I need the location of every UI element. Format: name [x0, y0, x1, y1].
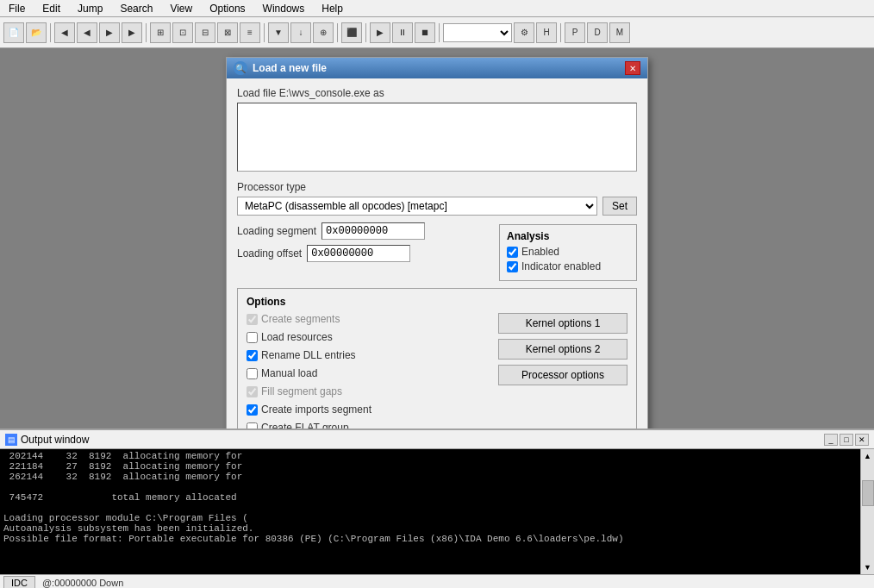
file-content-area[interactable] — [237, 103, 637, 172]
menubar: File Edit Jump Search View Options Windo… — [0, 0, 874, 17]
checkbox-rename-dll: Rename DLL entries — [247, 349, 488, 361]
toolbar-stop[interactable]: ⬛ — [341, 22, 362, 43]
kernel-options-1-button[interactable]: Kernel options 1 — [498, 313, 627, 334]
toolbar-dropdown[interactable] — [443, 23, 512, 42]
processor-options-button[interactable]: Processor options — [498, 365, 627, 385]
toolbar-back[interactable]: ◀ — [54, 22, 75, 43]
analysis-title: Analysis — [507, 230, 629, 242]
menu-file[interactable]: File — [3, 1, 30, 16]
checkbox-manual-load: Manual load — [247, 367, 488, 379]
create-imports-checkbox[interactable] — [247, 404, 258, 416]
toolbar-forward2[interactable]: ▶ — [122, 22, 142, 43]
toolbar-forward[interactable]: ▶ — [99, 22, 120, 43]
dialog-title: 🔍 Load a new file — [234, 61, 327, 75]
kernel-options-2-button[interactable]: Kernel options 2 — [498, 339, 627, 360]
menu-search[interactable]: Search — [115, 1, 158, 16]
toolbar-btn4[interactable]: ⊡ — [172, 22, 193, 43]
output-maximize-button[interactable]: □ — [840, 434, 853, 446]
rename-dll-checkbox[interactable] — [247, 350, 258, 361]
load-file-label: Load file E:\wvs_console.exe as — [237, 87, 637, 99]
toolbar-plugin[interactable]: P — [565, 22, 585, 43]
dialog-titlebar: 🔍 Load a new file ✕ — [227, 58, 647, 78]
menu-windows[interactable]: Windows — [258, 1, 310, 16]
toolbar-btn6[interactable]: ⊠ — [217, 22, 238, 43]
loading-segment-input[interactable] — [322, 222, 425, 240]
options-section: Options Create segments Load resources — [237, 288, 637, 444]
fill-segment-label: Fill segment gaps — [261, 385, 342, 397]
output-bottom-bar: IDC @:00000000 Down — [0, 574, 874, 588]
analysis-indicator-label: Indicator enabled — [521, 260, 601, 272]
toolbar-back2[interactable]: ◀ — [77, 22, 97, 43]
create-imports-label: Create imports segment — [261, 403, 371, 416]
analysis-group: Analysis Enabled Indicator enabled — [499, 222, 637, 281]
processor-type-label: Processor type — [237, 181, 637, 193]
toolbar-pause[interactable]: ⏸ — [392, 22, 413, 43]
loading-offset-input[interactable] — [307, 245, 410, 262]
toolbar-separator-4 — [337, 23, 338, 42]
menu-edit[interactable]: Edit — [37, 1, 66, 16]
toolbar-btn3[interactable]: ⊞ — [150, 22, 171, 43]
output-close-button[interactable]: ✕ — [855, 434, 869, 446]
checkbox-load-resources: Load resources — [247, 331, 488, 343]
toolbar-separator-6 — [439, 23, 440, 42]
checkbox-fill-segment: Fill segment gaps — [247, 385, 488, 397]
toolbar-find[interactable]: ⊕ — [313, 22, 334, 43]
toolbar-new[interactable]: 📄 — [3, 22, 24, 43]
processor-type-row: MetaPC (disassemble all opcodes) [metapc… — [237, 197, 637, 216]
checkbox-create-imports: Create imports segment — [247, 403, 488, 416]
loading-offset-label: Loading offset — [237, 247, 302, 260]
toolbar-separator-7 — [560, 23, 561, 42]
toolbar-extra[interactable]: ⚙ — [514, 22, 534, 43]
analysis-indicator-checkbox[interactable] — [507, 261, 518, 272]
output-window-controls: _ □ ✕ — [824, 434, 869, 446]
toolbar-separator-3 — [264, 23, 265, 42]
loading-fields-left: Loading segment Loading offset — [237, 222, 489, 281]
menu-help[interactable]: Help — [316, 1, 348, 16]
idc-button[interactable]: IDC — [3, 576, 35, 589]
loading-offset-group: Loading offset — [237, 245, 489, 262]
set-button[interactable]: Set — [602, 197, 637, 216]
toolbar: 📄 📂 ◀ ◀ ▶ ▶ ⊞ ⊡ ⊟ ⊠ ≡ ▼ ↓ ⊕ ⬛ ▶ ⏸ ⏹ ⚙ H … — [0, 17, 874, 48]
output-minimize-button[interactable]: _ — [824, 434, 838, 446]
loading-segment-label: Loading segment — [237, 225, 316, 237]
scrollbar-down-arrow[interactable]: ▼ — [864, 560, 871, 574]
load-resources-checkbox[interactable] — [247, 332, 258, 343]
output-window-icon: ▤ — [5, 434, 17, 446]
rename-dll-label: Rename DLL entries — [261, 349, 356, 361]
menu-jump[interactable]: Jump — [72, 1, 108, 16]
dialog-title-text: Load a new file — [253, 62, 327, 74]
scrollbar-thumb[interactable] — [862, 480, 874, 506]
toolbar-separator-2 — [146, 23, 147, 42]
output-scrollbar[interactable]: ▲ ▼ — [860, 449, 874, 574]
options-inner: Create segments Load resources Rename DL… — [247, 313, 627, 436]
analysis-enabled-checkbox[interactable] — [507, 247, 518, 258]
toolbar-stop2[interactable]: ⏹ — [415, 22, 435, 43]
toolbar-separator-5 — [365, 23, 366, 42]
menu-options[interactable]: Options — [204, 1, 250, 16]
menu-view[interactable]: View — [165, 1, 197, 16]
dialog-close-button[interactable]: ✕ — [625, 61, 640, 75]
create-segments-label: Create segments — [261, 313, 340, 325]
processor-type-select[interactable]: MetaPC (disassemble all opcodes) [metapc… — [237, 197, 597, 216]
toolbar-run[interactable]: ▶ — [370, 22, 390, 43]
output-content: 202144 32 8192 allocating memory for 221… — [0, 449, 860, 574]
toolbar-misc[interactable]: M — [609, 22, 630, 43]
toolbar-btn7[interactable]: ≡ — [240, 22, 260, 43]
output-title: ▤ Output window — [5, 434, 89, 446]
dialog-title-icon: 🔍 — [234, 61, 247, 75]
toolbar-xref[interactable]: ↓ — [290, 22, 311, 43]
toolbar-btn5[interactable]: ⊟ — [195, 22, 215, 43]
output-window: ▤ Output window _ □ ✕ 202144 32 8192 all… — [0, 428, 874, 588]
toolbar-hex[interactable]: H — [536, 22, 557, 43]
scrollbar-up-arrow[interactable]: ▲ — [864, 449, 871, 463]
analysis-enabled-row: Enabled — [507, 246, 629, 258]
load-resources-label: Load resources — [261, 331, 333, 343]
manual-load-checkbox[interactable] — [247, 368, 258, 379]
toolbar-open[interactable]: 📂 — [26, 22, 47, 43]
options-title: Options — [247, 296, 627, 308]
toolbar-comment[interactable]: ▼ — [268, 22, 289, 43]
create-segments-checkbox — [247, 314, 258, 325]
toolbar-debug[interactable]: D — [587, 22, 608, 43]
loading-segment-group: Loading segment — [237, 222, 489, 240]
fill-segment-checkbox — [247, 386, 258, 397]
